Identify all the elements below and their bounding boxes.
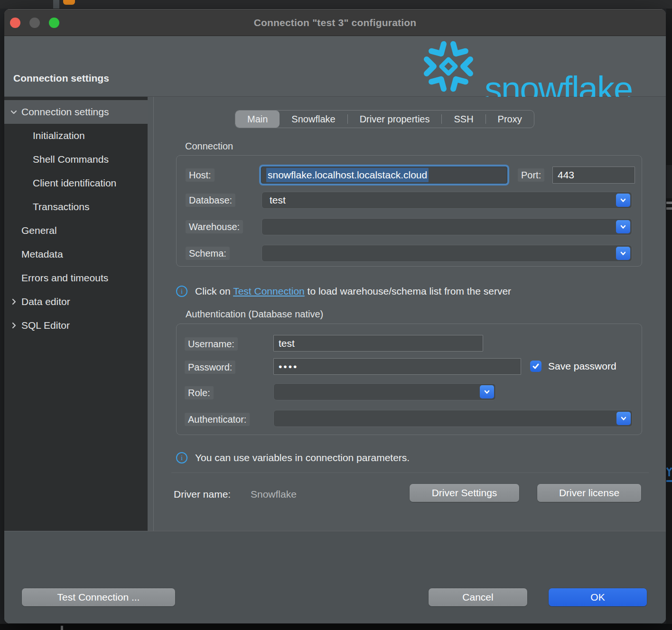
sidebar-item-sql-editor[interactable]: SQL Editor xyxy=(4,314,148,337)
test-connection-hint: i Click on Test Connection to load wareh… xyxy=(176,286,511,297)
authenticator-dropdown-button[interactable] xyxy=(616,412,631,425)
sidebar-item-label: General xyxy=(21,225,57,236)
sidebar-item-metadata[interactable]: Metadata xyxy=(4,242,148,266)
driver-license-button[interactable]: Driver license xyxy=(537,484,641,502)
test-connection-button[interactable]: Test Connection ... xyxy=(22,588,175,606)
cancel-button[interactable]: Cancel xyxy=(429,588,527,606)
background-artifact xyxy=(666,207,672,210)
database-dropdown-button[interactable] xyxy=(616,194,630,207)
username-input[interactable]: test xyxy=(273,335,483,352)
test-connection-link[interactable]: Test Connection xyxy=(233,286,305,296)
settings-tabbar: Main Snowflake Driver properties SSH Pro… xyxy=(235,110,534,128)
connection-group-title: Connection xyxy=(185,141,233,152)
hint-prefix: Click on xyxy=(195,286,233,296)
port-input[interactable]: 443 xyxy=(552,167,635,184)
chevron-down-icon xyxy=(483,388,491,396)
dialog-footer xyxy=(4,531,666,624)
database-combobox-value: test xyxy=(270,195,286,206)
password-input-value: •••• xyxy=(279,361,298,372)
background-app-icon xyxy=(63,0,75,5)
authenticator-label: Authenticator: xyxy=(185,413,250,426)
sidebar-item-label: Connection settings xyxy=(21,106,109,118)
background-artifact xyxy=(666,202,672,204)
ok-button[interactable]: OK xyxy=(549,588,647,606)
authenticator-combobox[interactable] xyxy=(273,410,633,427)
sidebar-item-client-identification[interactable]: Client identification xyxy=(4,171,148,195)
tab-label: Driver properties xyxy=(360,114,430,125)
background-artifact xyxy=(61,626,63,630)
sidebar-item-label: Errors and timeouts xyxy=(21,272,108,284)
dialog-titlebar[interactable]: Connection "test 3" configuration xyxy=(4,9,666,36)
tab-driver-properties[interactable]: Driver properties xyxy=(348,111,442,128)
connection-configuration-dialog: Connection "test 3" configuration Connec… xyxy=(4,9,666,624)
desktop-background-right xyxy=(666,9,672,624)
username-input-value: test xyxy=(279,338,295,349)
warehouse-label: Warehouse: xyxy=(186,220,243,233)
port-input-value: 443 xyxy=(558,169,574,181)
dialog-header: Connection settings Snowflake connection… xyxy=(4,36,666,97)
minimize-window-button[interactable] xyxy=(29,18,40,28)
chevron-down-icon[interactable] xyxy=(8,106,19,118)
driver-settings-button[interactable]: Driver Settings xyxy=(410,484,519,502)
chevron-right-icon[interactable] xyxy=(8,320,19,331)
password-label: Password: xyxy=(185,361,235,374)
tab-label: Main xyxy=(247,114,268,125)
sidebar-item-label: SQL Editor xyxy=(21,320,70,331)
host-input[interactable]: snowflake.localhost.localstack.cloud xyxy=(261,167,507,184)
background-chevron-artifact xyxy=(666,467,672,483)
info-icon: i xyxy=(176,452,187,463)
chevron-down-icon xyxy=(619,223,627,231)
hint-suffix: to load warehouse/schema list from the s… xyxy=(305,286,511,296)
tab-proxy[interactable]: Proxy xyxy=(486,111,534,128)
sidebar-item-initialization[interactable]: Initialization xyxy=(4,124,148,148)
driver-name-value: Snowflake xyxy=(251,489,297,500)
sidebar-item-transactions[interactable]: Transactions xyxy=(4,195,148,219)
tab-label: Proxy xyxy=(498,114,522,125)
database-label: Database: xyxy=(186,194,235,207)
role-dropdown-button[interactable] xyxy=(480,385,494,398)
desktop-background-top xyxy=(0,0,672,9)
tab-ssh[interactable]: SSH xyxy=(442,111,485,128)
sidebar-item-errors-and-timeouts[interactable]: Errors and timeouts xyxy=(4,266,148,290)
sidebar-item-label: Data editor xyxy=(21,296,70,307)
sidebar-item-connection-settings[interactable]: Connection settings xyxy=(4,100,148,124)
schema-dropdown-button[interactable] xyxy=(616,247,630,260)
sidebar-item-label: Transactions xyxy=(33,201,89,213)
warehouse-dropdown-button[interactable] xyxy=(616,220,630,233)
host-input-selected-text: snowflake.localhost.localstack.cloud xyxy=(266,168,429,182)
settings-tree-sidebar: Connection settings Initialization Shell… xyxy=(4,97,148,531)
hint-text: You can use variables in connection para… xyxy=(195,452,410,463)
save-password-label[interactable]: Save password xyxy=(548,361,616,372)
chevron-right-icon[interactable] xyxy=(8,296,19,307)
save-password-checkbox[interactable] xyxy=(530,361,541,372)
sidebar-item-data-editor[interactable]: Data editor xyxy=(4,290,148,314)
driver-name-label: Driver name: xyxy=(174,489,231,500)
chevron-down-icon xyxy=(619,250,627,257)
password-input[interactable]: •••• xyxy=(273,358,521,375)
sidebar-content-divider xyxy=(153,97,154,531)
sidebar-item-label: Shell Commands xyxy=(33,154,109,165)
schema-combobox[interactable] xyxy=(261,245,632,262)
chevron-down-icon xyxy=(620,415,627,422)
info-icon: i xyxy=(176,286,187,297)
host-label: Host: xyxy=(186,168,215,182)
close-window-button[interactable] xyxy=(10,18,20,28)
page-title: Connection settings xyxy=(13,73,109,84)
sidebar-item-label: Metadata xyxy=(21,249,63,260)
variables-hint: i You can use variables in connection pa… xyxy=(176,452,410,463)
database-combobox[interactable]: test xyxy=(261,192,632,209)
schema-label: Schema: xyxy=(186,247,230,260)
sidebar-item-general[interactable]: General xyxy=(4,219,148,242)
username-label: Username: xyxy=(185,337,238,351)
driver-section-divider xyxy=(171,472,649,473)
tab-main[interactable]: Main xyxy=(235,111,280,128)
snowflake-logo-icon xyxy=(420,37,477,96)
warehouse-combobox[interactable] xyxy=(261,218,632,235)
authentication-group-title: Authentication (Database native) xyxy=(186,309,323,320)
tab-label: Snowflake xyxy=(291,114,335,125)
role-combobox[interactable] xyxy=(273,383,496,400)
tab-snowflake[interactable]: Snowflake xyxy=(280,111,347,128)
desktop-background-bottom xyxy=(0,624,672,630)
zoom-window-button[interactable] xyxy=(49,18,59,28)
sidebar-item-shell-commands[interactable]: Shell Commands xyxy=(4,148,148,171)
